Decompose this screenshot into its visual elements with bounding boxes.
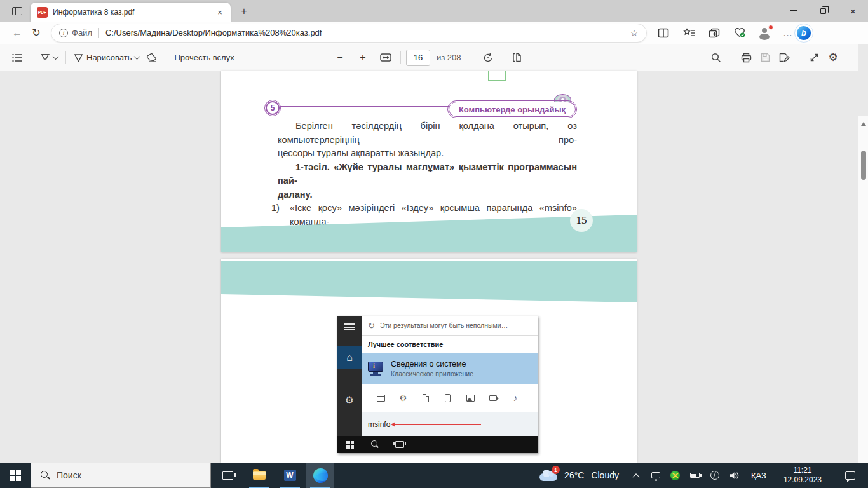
page-view-button[interactable]	[508, 48, 527, 67]
close-icon: ×	[850, 6, 856, 16]
highlight-button[interactable]	[37, 48, 60, 67]
edge-button[interactable]	[306, 463, 334, 488]
home-tab-icon: ⌂	[337, 346, 362, 369]
toolbar-divider	[503, 51, 503, 64]
network-tray-icon[interactable]	[709, 470, 721, 481]
pdf-toolbar: Нарисовать Прочесть вслух − + из 208	[0, 44, 858, 71]
windows-logo-icon	[10, 470, 21, 481]
split-screen-button[interactable]	[656, 25, 671, 41]
back-button[interactable]: ←	[8, 24, 27, 43]
time: 11:21	[783, 466, 822, 475]
search-document-button[interactable]	[707, 48, 726, 67]
expand-toolbar-button[interactable]	[804, 48, 824, 67]
action-center-button[interactable]	[836, 463, 864, 488]
page-number: 15	[570, 209, 593, 232]
documents-filter-icon	[421, 393, 431, 403]
new-tab-button[interactable]: +	[236, 3, 252, 20]
pdf-page-15: 5 Компьютерде орындайық Берілген тәсілде…	[221, 71, 637, 252]
clock[interactable]: 11:21 12.09.2023	[777, 466, 828, 485]
close-button[interactable]: ×	[838, 0, 868, 22]
system-tray: ҚАЗ 11:21 12.09.2023	[627, 463, 868, 488]
tab-actions-button[interactable]	[6, 1, 28, 20]
table-of-contents-button[interactable]	[8, 48, 27, 67]
browser-tab[interactable]: PDF Информатика 8 каз.pdf ×	[31, 3, 231, 22]
save-as-button[interactable]	[775, 48, 794, 67]
settings-and-more-button[interactable]: …	[783, 27, 793, 38]
notification-icon	[845, 471, 855, 480]
window-controls: ×	[778, 0, 868, 22]
search-result-item: Сведения о системе Классическое приложен…	[362, 353, 538, 384]
word-button[interactable]: W	[276, 463, 304, 488]
battery-tray-icon[interactable]	[689, 470, 701, 481]
workspace-icon	[12, 7, 22, 15]
bing-icon: b	[797, 26, 811, 40]
weather-widget[interactable]: 1 26°C Cloudy	[532, 463, 627, 488]
rotate-button[interactable]	[478, 48, 498, 67]
show-hidden-icons-button[interactable]	[630, 470, 642, 481]
navbar-right-icons: …	[656, 25, 793, 41]
videos-filter-icon	[488, 393, 498, 403]
bing-chat-button[interactable]: b	[794, 24, 813, 43]
zoom-out-icon: −	[337, 52, 342, 64]
result-title: Сведения о системе	[391, 360, 473, 369]
edge-icon	[313, 468, 328, 483]
search-icon	[370, 440, 379, 449]
zoom-out-button[interactable]: −	[330, 48, 349, 67]
vertical-scrollbar[interactable]	[858, 116, 868, 488]
chevron-down-icon	[134, 53, 140, 60]
tab-close-icon[interactable]: ×	[214, 6, 226, 18]
taskbar-right: 1 26°C Cloudy ҚАЗ 11:21 12.09.2023	[532, 463, 868, 488]
scrollbar-thumb[interactable]	[861, 151, 866, 180]
start-button[interactable]	[0, 463, 31, 488]
address-bar[interactable]: i Файл C:/Users/Мадина/Desktop/Информати…	[51, 24, 647, 43]
search-input[interactable]	[57, 470, 184, 480]
profile-notification-dot	[768, 25, 773, 30]
pdf-settings-button[interactable]: ⚙	[824, 48, 843, 67]
search-input-row: msinfo	[362, 412, 538, 436]
pdf-file-icon: PDF	[37, 7, 48, 18]
read-aloud-button[interactable]: Прочесть вслух	[172, 48, 236, 67]
zoom-in-button[interactable]: +	[353, 48, 372, 67]
cast-tray-icon[interactable]	[650, 470, 661, 481]
settings-icon: ⚙	[337, 391, 362, 410]
restore-button[interactable]	[808, 0, 838, 22]
cropped-diagram-fragment	[488, 71, 506, 81]
windows-taskbar: W 1 26°C Cloudy ҚАЗ 11:21 1	[0, 463, 868, 488]
favorite-star-icon[interactable]: ☆	[626, 25, 642, 41]
list-marker: 1)	[271, 201, 280, 215]
tab-title: Информатика 8 каз.pdf	[53, 8, 214, 17]
antivirus-tray-icon[interactable]	[670, 470, 681, 481]
file-explorer-button[interactable]	[245, 463, 273, 488]
word-icon: W	[284, 470, 296, 481]
method-heading-line: 1-тәсіл. «Жүйе туралы мағлұмат» қызметті…	[278, 161, 577, 188]
system-info-icon	[368, 362, 384, 376]
task-view-icon	[395, 441, 404, 448]
add-tab-to-group-button[interactable]	[707, 25, 722, 41]
figure-windows-search-screenshot: ⌂ ⚙ ↻ Эти результаты могут быть неполным…	[337, 316, 538, 453]
taskbar-search-box[interactable]	[31, 463, 211, 488]
volume-tray-icon[interactable]	[729, 470, 740, 481]
address-url[interactable]: C:/Users/Мадина/Desktop/Информатика%208%…	[105, 28, 626, 37]
fit-to-width-button[interactable]	[376, 48, 395, 67]
refresh-button[interactable]: ↻	[27, 24, 46, 43]
task-view-icon	[222, 471, 233, 480]
profile-button[interactable]	[757, 25, 773, 41]
minimize-button[interactable]	[778, 0, 808, 22]
zoom-in-icon: +	[360, 52, 365, 64]
refresh-icon: ↻	[32, 27, 40, 39]
page-number-input[interactable]	[406, 50, 430, 66]
browser-essentials-button[interactable]	[732, 25, 747, 41]
erase-button[interactable]	[142, 48, 161, 67]
language-indicator[interactable]: ҚАЗ	[749, 471, 769, 480]
draw-button[interactable]: Нарисовать	[71, 48, 142, 67]
pdf-viewport[interactable]: 5 Компьютерде орындайық Берілген тәсілде…	[0, 71, 858, 463]
gear-icon: ⚙	[828, 51, 837, 64]
chevron-up-icon	[632, 473, 639, 480]
page-info-icon[interactable]: i	[59, 29, 68, 37]
print-button[interactable]	[736, 48, 756, 67]
scroll-up-arrow[interactable]	[861, 122, 866, 126]
collections-button[interactable]	[681, 25, 696, 41]
back-icon: ←	[12, 27, 22, 39]
results-notice-row: ↻ Эти результаты могут быть неполными…	[362, 316, 538, 336]
task-view-button[interactable]	[214, 463, 241, 488]
